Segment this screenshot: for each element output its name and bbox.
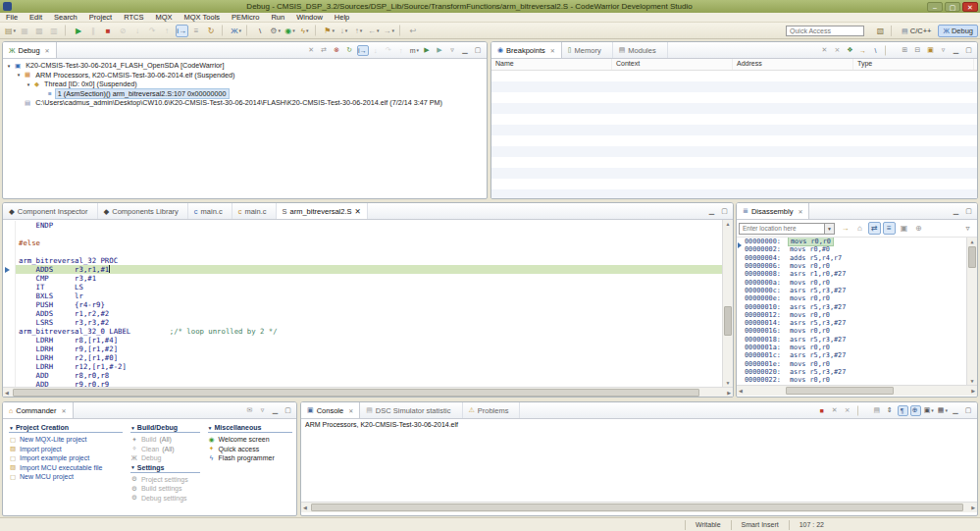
toolbar-icon[interactable]: ▦ <box>19 25 31 37</box>
menu-item[interactable]: Window <box>290 13 329 22</box>
debug-toolbar-icon[interactable]: ⇄ <box>319 45 330 56</box>
menu-item[interactable]: File <box>0 13 24 22</box>
close-icon[interactable]: ✕ <box>798 208 802 215</box>
commander-action[interactable]: ▢ New MCU project <box>9 472 123 482</box>
console-toolbar-icon[interactable]: ■ <box>817 405 828 416</box>
toolbar-icon[interactable]: ↓ ▾ <box>337 25 350 37</box>
disassembly-line[interactable]: 0000001e: movs r0,r0 <box>737 359 966 367</box>
editor-gutter[interactable] <box>3 239 16 247</box>
disassembly-line[interactable]: 00000002: movs r0,#0 <box>737 245 966 253</box>
toolbar-icon[interactable]: ↑ ▾ <box>352 25 365 37</box>
disassembly-toolbar-icon[interactable]: ≡ <box>883 222 896 235</box>
console-area-tab[interactable]: ⚠ Problems <box>463 402 521 418</box>
debug-toolbar-icon[interactable]: ⊗ <box>332 45 342 56</box>
code-line[interactable]: arm_bitreversal_32_0 LABEL ;/* loop unro… <box>3 327 722 336</box>
code-line[interactable]: ADDS r3,r1,#1 <box>3 265 722 274</box>
scroll-down-icon[interactable]: ▼ <box>967 378 977 384</box>
tree-expander-icon[interactable]: ▾ <box>16 72 22 78</box>
disassembly-line[interactable]: 0000000e: movs r0,r0 <box>737 294 966 302</box>
console-toolbar-icon[interactable]: ▁ <box>951 405 961 416</box>
debug-toolbar-icon[interactable]: i→ <box>357 45 369 56</box>
tree-expander-icon[interactable]: ▾ <box>26 81 31 87</box>
toolbar-icon[interactable]: ≡ <box>190 25 203 37</box>
editor-vertical-scrollbar[interactable]: ▲ ▼ <box>722 220 733 387</box>
commander-action[interactable]: ✦ Build (All) <box>130 435 200 445</box>
editor-gutter[interactable] <box>3 309 16 318</box>
scrollbar-thumb[interactable] <box>724 306 732 336</box>
breakpoints-table-body[interactable] <box>491 71 977 199</box>
breakpoints-toolbar-icon[interactable]: ⊞ <box>900 45 910 56</box>
disassembly-line[interactable]: 00000008: asrs r1,r0,#27 <box>737 270 966 278</box>
toolbar-icon[interactable]: Ж ▾ <box>230 25 242 37</box>
toolbar-icon[interactable]: ↑ <box>161 25 174 37</box>
scroll-left-icon[interactable]: ◀ <box>303 504 307 510</box>
toolbar-icon[interactable]: ∥ <box>87 25 100 37</box>
scrollbar-thumb[interactable] <box>311 504 963 511</box>
editor-gutter[interactable] <box>3 230 16 239</box>
debug-toolbar-icon[interactable]: ✕ <box>306 45 317 56</box>
section-miscellaneous[interactable]: ▼Miscellaneous <box>208 424 292 433</box>
minimize-button[interactable]: ▁ <box>951 206 961 217</box>
toolbar-icon[interactable]: i→ <box>176 25 188 37</box>
debug-toolbar-icon[interactable]: ↻ <box>344 45 355 56</box>
console-toolbar-icon[interactable]: ⇕ <box>885 405 896 416</box>
disassembly-line[interactable]: 00000004: adds r5,r4,r7 <box>737 254 966 262</box>
toolbar-icon[interactable] <box>222 25 226 36</box>
debug-toolbar-icon[interactable]: ▶ <box>435 45 445 56</box>
column-header[interactable]: Context <box>612 59 733 70</box>
debug-toolbar-icon[interactable]: ↷ <box>384 45 394 56</box>
console-toolbar-icon[interactable]: ⊕ <box>910 405 921 416</box>
scroll-left-icon[interactable]: ◀ <box>5 390 9 396</box>
toolbar-icon[interactable]: ▶ <box>73 25 85 37</box>
breakpoints-toolbar-icon[interactable]: ⨯ <box>832 45 843 56</box>
breakpoints-toolbar-icon[interactable]: ▣ <box>925 45 936 56</box>
editor-gutter[interactable] <box>3 371 16 380</box>
code-line[interactable] <box>3 247 722 256</box>
disassembly-listing[interactable]: 00000000: movs r0,r0 00000002: movs r0,#… <box>737 238 966 385</box>
commander-action[interactable]: Ж Debug <box>130 453 200 463</box>
toolbar-icon[interactable]: ▥ <box>48 25 61 37</box>
breakpoints-toolbar-icon[interactable]: ▁ <box>951 45 961 56</box>
toolbar-icon[interactable]: → ▾ <box>383 25 396 37</box>
minimize-button[interactable]: ▁ <box>706 206 717 217</box>
disassembly-toolbar-icon[interactable]: → <box>839 222 851 235</box>
editor-tab[interactable]: ◆ Component Inspector <box>3 203 98 219</box>
breakpoints-toolbar-icon[interactable]: ✕ <box>819 45 830 56</box>
editor-gutter[interactable] <box>3 256 16 265</box>
column-header[interactable]: Address <box>733 59 853 70</box>
toolbar-icon[interactable]: ■ <box>102 25 115 37</box>
toolbar-icon[interactable]: \ <box>254 25 267 37</box>
breakpoints-toolbar-icon[interactable]: ▢ <box>963 45 974 56</box>
disassembly-toolbar-icon[interactable]: ▣ <box>898 222 910 235</box>
close-icon[interactable]: ✕ <box>550 47 555 54</box>
scroll-right-icon[interactable]: ▶ <box>971 504 975 510</box>
debug-tree-item[interactable]: ▤ C:\Users\cadmus_admin\Desktop\CW10.6\K… <box>3 98 487 108</box>
console-toolbar-icon[interactable]: ▢ <box>963 405 974 416</box>
console-toolbar-icon[interactable]: ▣ ▾ <box>923 405 935 416</box>
toolbar-icon[interactable] <box>399 25 403 36</box>
menu-item[interactable]: Search <box>48 13 83 22</box>
editor-gutter[interactable] <box>3 380 16 387</box>
commander-action[interactable]: ◉ Welcome screen <box>208 435 292 445</box>
quick-access-input[interactable] <box>786 26 864 36</box>
tab-disassembly[interactable]: ≣ Disassembly ✕ <box>737 203 809 219</box>
disassembly-line[interactable]: 00000014: asrs r5,r3,#27 <box>737 319 966 327</box>
commander-action[interactable]: ✦ Quick access <box>208 445 292 454</box>
toolbar-icon[interactable]: ↩ <box>407 25 420 37</box>
toolbar-icon[interactable]: ϟ ▾ <box>298 25 311 37</box>
debug-toolbar-icon[interactable]: ▿ <box>447 45 458 56</box>
toolbar-icon[interactable]: ⚙ ▾ <box>269 25 282 37</box>
commander-toolbar-icon[interactable]: ▁ <box>270 405 281 416</box>
editor-gutter[interactable] <box>3 300 16 309</box>
menu-item[interactable]: MQX <box>149 13 178 22</box>
disassembly-line[interactable]: 00000006: movs r0,r0 <box>737 262 966 270</box>
code-line[interactable]: ENDP <box>3 221 722 230</box>
editor-tab[interactable]: c main.c <box>232 203 277 219</box>
breakpoints-area-tab[interactable]: ▯ Memory <box>562 42 613 58</box>
column-header[interactable]: Name <box>491 59 612 70</box>
disassembly-line[interactable]: 0000001c: asrs r5,r3,#27 <box>737 351 966 359</box>
debug-tree-item[interactable]: ≡ 1 (AsmSection)() arm_bitreversal2.S:10… <box>3 89 487 99</box>
tree-expander-icon[interactable]: ▾ <box>6 63 12 69</box>
commander-action[interactable]: ⚙ Project settings <box>130 475 200 485</box>
editor-gutter[interactable] <box>3 292 16 300</box>
